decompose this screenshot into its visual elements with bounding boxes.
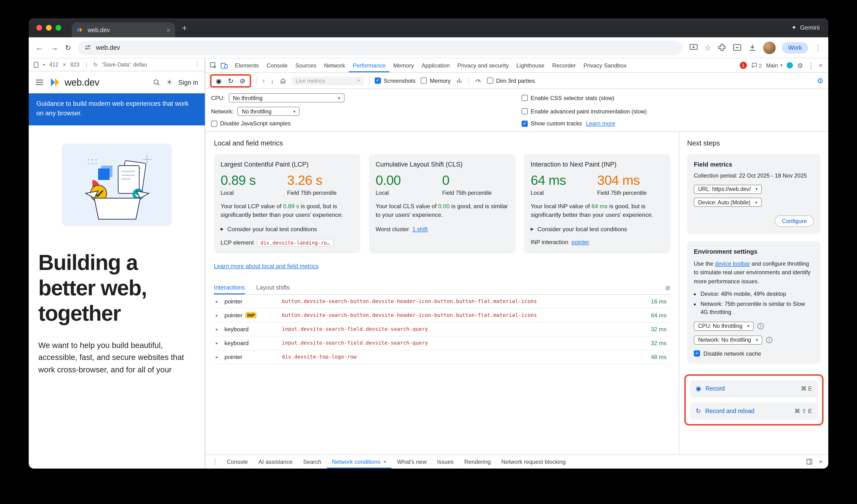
record-row[interactable]: ◉ Record ⌘ E xyxy=(690,380,818,397)
dim-3rd-parties-checkbox[interactable]: Dim 3rd parties xyxy=(487,77,535,84)
work-profile-button[interactable]: Work xyxy=(782,42,808,53)
tab-layout-shifts[interactable]: Layout shifts xyxy=(256,282,290,295)
history-select[interactable]: Live metrics ▾ xyxy=(292,76,364,85)
save-profile-icon[interactable]: ↓ xyxy=(271,77,274,84)
zoom-window-button[interactable] xyxy=(55,25,61,31)
drawer-tab-network-conditions[interactable]: Network conditions × xyxy=(327,455,391,469)
capture-settings-gear-icon[interactable]: ⚙ xyxy=(817,76,824,85)
drawer-tab-issues[interactable]: Issues xyxy=(432,455,458,469)
drawer-tab-console[interactable]: Console xyxy=(222,455,253,469)
menu-icon[interactable] xyxy=(35,79,44,86)
bookmark-star-icon[interactable]: ☆ xyxy=(704,43,711,52)
search-icon[interactable] xyxy=(153,79,161,86)
env-cpu-select[interactable]: CPU: No throttling ▾ xyxy=(694,322,754,331)
close-window-button[interactable] xyxy=(36,25,42,31)
tab-console[interactable]: Console xyxy=(263,58,291,72)
disable-js-samples-checkbox[interactable]: Disable JavaScript samples xyxy=(211,120,291,127)
message-badge[interactable]: 2 xyxy=(751,62,762,68)
row-expand-icon[interactable]: ▸ xyxy=(216,341,221,346)
table-row[interactable]: ▸ pointer div.devsite-top-logo-row 48 ms xyxy=(214,350,670,364)
device-toolbar-link[interactable]: device toolbar xyxy=(715,261,750,267)
minimize-window-button[interactable] xyxy=(46,25,52,31)
row-expand-icon[interactable]: ▸ xyxy=(216,313,221,318)
device-height-field[interactable]: 823 xyxy=(70,62,80,67)
memory-checkbox[interactable]: Memory xyxy=(421,77,451,84)
device-toolbar-icon[interactable] xyxy=(220,62,228,69)
sign-in-link[interactable]: Sign in xyxy=(178,79,198,86)
clear-button[interactable]: ⊘ xyxy=(240,77,245,84)
zoom-select-icon[interactable]: ⋮ xyxy=(84,62,89,68)
address-bar[interactable]: web.dev xyxy=(78,40,682,55)
dock-panel-icon[interactable] xyxy=(806,458,813,465)
profile-avatar[interactable] xyxy=(763,41,776,54)
tab-memory[interactable]: Memory xyxy=(389,58,418,72)
test-conditions-expander[interactable]: ▶ Consider your local test conditions xyxy=(221,226,354,233)
network-throttle-select[interactable]: No throttling ▾ xyxy=(238,107,300,116)
site-settings-icon[interactable] xyxy=(84,44,91,51)
install-icon[interactable] xyxy=(689,43,698,52)
record-button[interactable]: ◉ xyxy=(216,77,221,84)
row-expand-icon[interactable]: ▸ xyxy=(216,355,221,359)
tab-sources[interactable]: Sources xyxy=(291,58,320,72)
table-row[interactable]: ▸ pointer INP button.devsite-search-butt… xyxy=(214,309,670,323)
drawer-tab-whats-new[interactable]: What's new xyxy=(392,455,431,469)
upload-profile-icon[interactable]: ↑ xyxy=(262,77,265,84)
browser-tab[interactable]: web.dev × xyxy=(72,22,175,37)
drawer-tab-ai-assistance[interactable]: AI assistance xyxy=(254,455,297,469)
tab-application[interactable]: Application xyxy=(418,58,453,72)
device-select-caret-icon[interactable]: ▾ xyxy=(43,63,45,67)
css-selector-stats-checkbox[interactable]: Enable CSS selector stats (slow) xyxy=(522,95,614,101)
configure-button[interactable]: Configure xyxy=(775,215,814,227)
drawer-close-icon[interactable]: × xyxy=(819,458,823,465)
inp-interaction-link[interactable]: pointer xyxy=(572,239,589,246)
browser-menu-icon[interactable]: ⋮ xyxy=(814,43,822,52)
devtools-menu-icon[interactable]: ⋮ xyxy=(807,61,814,70)
disable-cache-checkbox[interactable]: Disable network cache xyxy=(694,350,814,357)
save-data-select[interactable]: 'Save-Data': defau xyxy=(102,62,147,67)
drawer-menu-icon[interactable]: ⋮ xyxy=(209,458,221,465)
status-dot-icon[interactable] xyxy=(787,62,793,68)
learn-metrics-link[interactable]: Learn more about local and field metrics xyxy=(214,263,318,269)
env-network-select[interactable]: Network: No throttling ▾ xyxy=(694,336,762,345)
tab-performance[interactable]: Performance xyxy=(349,58,389,72)
gauge-icon[interactable] xyxy=(474,77,482,84)
table-row[interactable]: ▸ pointer button.devsite-search-button.d… xyxy=(214,295,670,309)
tab-recorder[interactable]: Recorder xyxy=(548,58,580,72)
gemini-label[interactable]: ✦ Gemini xyxy=(791,24,820,31)
drawer-tab-network-request-blocking[interactable]: Network request blocking xyxy=(497,455,570,469)
tab-interactions[interactable]: Interactions xyxy=(214,282,245,295)
error-badge[interactable]: 1 xyxy=(740,62,747,69)
tab-lighthouse[interactable]: Lighthouse xyxy=(513,58,548,72)
devtools-close-icon[interactable]: × xyxy=(819,62,823,69)
new-tab-button[interactable]: + xyxy=(182,23,187,32)
info-icon[interactable] xyxy=(757,323,764,329)
show-custom-tracks-checkbox[interactable]: Show custom tracks xyxy=(522,120,582,127)
info-icon[interactable] xyxy=(766,337,772,343)
extensions-puzzle-icon[interactable] xyxy=(717,43,726,52)
tab-privacy-security[interactable]: Privacy and security xyxy=(454,58,513,72)
record-reload-button[interactable]: ↻ xyxy=(228,77,233,84)
advanced-paint-checkbox[interactable]: Enable advanced paint instrumentation (s… xyxy=(522,108,647,115)
rotate-icon[interactable]: ↻ xyxy=(93,62,98,68)
learn-more-link[interactable]: Learn more xyxy=(586,120,615,127)
downloads-icon[interactable] xyxy=(748,43,757,52)
field-device-select[interactable]: Device: Auto (Mobile) ▾ xyxy=(694,198,761,207)
lcp-element-chip[interactable]: div.devsite-landing-row-ite… xyxy=(257,239,334,247)
row-expand-icon[interactable]: ▸ xyxy=(216,327,221,332)
test-conditions-expander[interactable]: ▶ Consider your local test conditions xyxy=(531,226,664,233)
home-icon[interactable] xyxy=(279,77,286,84)
tab-close-icon[interactable]: × xyxy=(167,26,170,34)
field-url-select[interactable]: URL: https://web.dev/ ▾ xyxy=(694,185,762,194)
row-expand-icon[interactable]: ▸ xyxy=(216,299,221,304)
clear-interactions-icon[interactable]: ⊘ xyxy=(665,284,670,291)
table-row[interactable]: ▸ keyboard input.devsite-search-field.de… xyxy=(214,323,670,336)
table-row[interactable]: ▸ keyboard input.devsite-search-field.de… xyxy=(214,336,670,350)
theme-toggle-icon[interactable]: ☀ xyxy=(166,78,173,87)
tab-network[interactable]: Network xyxy=(320,58,349,72)
record-reload-row[interactable]: ↻ Record and reload ⌘ ⇧ E xyxy=(690,403,818,420)
device-bar-more-icon[interactable]: ⋮ xyxy=(195,61,200,68)
reload-button[interactable]: ↻ xyxy=(65,44,71,51)
back-button[interactable]: ← xyxy=(35,44,44,52)
device-width-field[interactable]: 412 xyxy=(49,62,58,67)
inspect-icon[interactable] xyxy=(209,62,217,69)
